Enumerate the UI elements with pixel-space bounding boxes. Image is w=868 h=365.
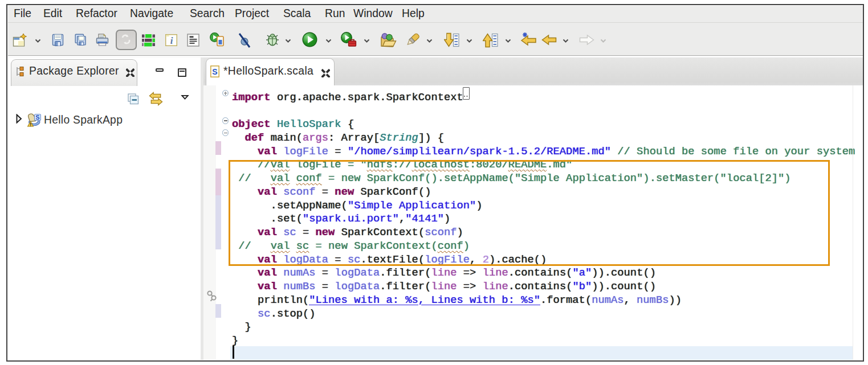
svg-text:S: S (212, 67, 217, 76)
svg-text:S: S (35, 114, 39, 121)
svg-text:i: i (170, 35, 173, 46)
